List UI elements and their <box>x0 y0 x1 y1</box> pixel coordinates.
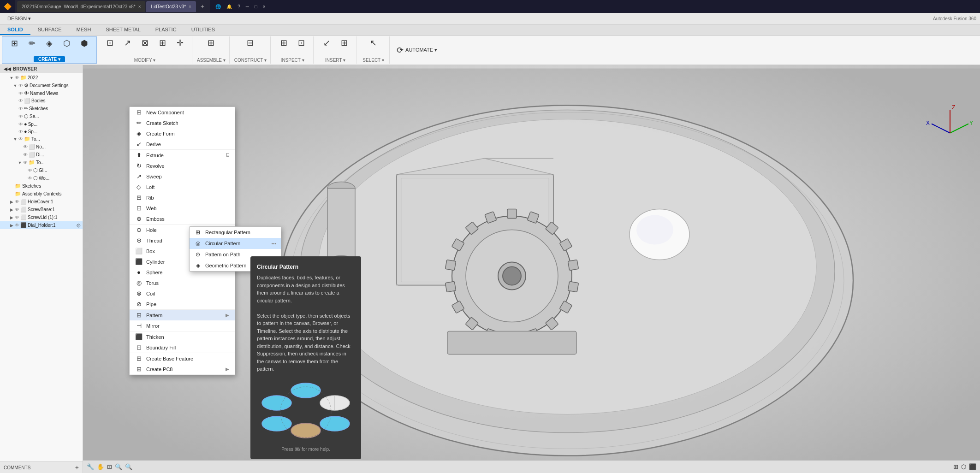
select-label[interactable]: SELECT ▾ <box>362 57 384 63</box>
menu-item-rib[interactable]: ⊟ Rib <box>130 192 235 203</box>
menu-item-torus[interactable]: ◎ Torus <box>130 278 235 288</box>
bell-icon[interactable]: 🔔 <box>225 4 234 9</box>
tree-item-gl[interactable]: 👁⬡Gl... <box>0 166 83 174</box>
canvas-area[interactable]: Y X Z ⊞ New Component ✏ Create Sketch <box>83 65 980 473</box>
tb-solid2[interactable]: ⬢ <box>76 38 93 49</box>
menu-item-web[interactable]: ⊡ Web <box>130 203 235 213</box>
help-icon[interactable]: ? <box>236 4 242 9</box>
tree-item-se[interactable]: 👁⬡Se... <box>0 112 83 120</box>
tab-file-1[interactable]: 2022150mmGauge_Wood/LidExperimental12Oct… <box>17 1 145 12</box>
tab-surface[interactable]: SURFACE <box>30 25 69 35</box>
new-tab-button[interactable]: + <box>197 3 208 10</box>
menu-item-loft[interactable]: ◇ Loft <box>130 182 235 192</box>
tb-automate[interactable]: ⟳AUTOMATE ▾ <box>394 45 440 56</box>
tree-item-root[interactable]: ▼👁📁2022 <box>0 74 83 82</box>
grid-icon[interactable]: ⊞ <box>953 463 958 470</box>
tree-item-doc-settings[interactable]: ▼👁⚙Document Settings <box>0 82 83 89</box>
browser-header[interactable]: ◀◀ BROWSER <box>0 65 83 73</box>
orbit-icon[interactable]: 🔧 <box>87 463 94 470</box>
tree-item-named-views[interactable]: 👁👁Named Views <box>0 89 83 97</box>
insert-label[interactable]: INSERT ▾ <box>325 57 345 63</box>
pan-icon[interactable]: ✋ <box>97 463 104 470</box>
tree-item-sp1[interactable]: 👁●Sp... <box>0 120 83 128</box>
tree-item-sketches2[interactable]: 📁Sketches <box>0 182 83 190</box>
menu-item-coil[interactable]: ⊗ Coil <box>130 288 235 299</box>
tb-modify1[interactable]: ⊡ <box>101 37 118 48</box>
menu-item-create-sketch[interactable]: ✏ Create Sketch <box>130 118 235 128</box>
globe-icon[interactable]: 🌐 <box>214 4 223 9</box>
tab-close-1[interactable]: × <box>138 4 141 9</box>
tab-bar: 2022150mmGauge_Wood/LidExperimental12Oct… <box>15 0 210 13</box>
menu-item-create-pc8[interactable]: ⊞ Create PC8 ▶ <box>130 364 235 374</box>
tb-modify5[interactable]: ✛ <box>172 37 188 48</box>
tree-item-di[interactable]: 👁⬜Di... <box>0 151 83 159</box>
tree-item-screwlid[interactable]: ▶👁⬜ScrewLid (1):1 <box>0 213 83 221</box>
tree-item-sp2[interactable]: 👁●Sp... <box>0 128 83 135</box>
menu-item-create-base-feature[interactable]: ⊞ Create Base Feature <box>130 353 235 364</box>
menu-item-emboss[interactable]: ⊕ Emboss <box>130 213 235 224</box>
tree-item-wo[interactable]: 👁⬡Wo... <box>0 174 83 182</box>
menu-item-pattern[interactable]: ⊞ Pattern ▶ <box>130 310 235 320</box>
assemble-label[interactable]: ASSEMBLE ▾ <box>197 57 226 63</box>
create-label[interactable]: CREATE ▾ <box>34 56 65 62</box>
tab-solid[interactable]: SOLID <box>0 25 30 35</box>
tab-utilities[interactable]: UTILITIES <box>184 25 222 35</box>
menu-item-revolve[interactable]: ↻ Revolve <box>130 160 235 171</box>
tree-item-bodies[interactable]: 👁⬜Bodies <box>0 97 83 105</box>
tb-inspect2[interactable]: ⊡ <box>293 37 309 48</box>
shading-icon[interactable]: ⬡ <box>961 463 966 470</box>
tab-sheet-metal[interactable]: SHEET METAL <box>98 25 148 35</box>
tree-item-assembly-contexts[interactable]: 📁Assembly Contexts <box>0 190 83 198</box>
tb-inspect1[interactable]: ⊞ <box>275 37 292 48</box>
tb-modify2[interactable]: ↗ <box>119 37 136 48</box>
zoom-out-icon[interactable]: 🔍 <box>125 463 132 470</box>
tb-construct1[interactable]: ⊟ <box>242 37 259 48</box>
tb-assemble1[interactable]: ⊞ <box>203 37 220 48</box>
minimize-button[interactable]: ─ <box>244 4 251 9</box>
menu-item-thicken[interactable]: ⬛ Thicken <box>130 331 235 342</box>
tree-item-screwbase[interactable]: ▶👁⬜ScrewBase:1 <box>0 206 83 213</box>
tab-mesh[interactable]: MESH <box>69 25 99 35</box>
tree-item-dialholder[interactable]: ▶👁⬛Dial_Holder:1◎ <box>0 221 83 229</box>
pattern-circular[interactable]: ◎ Circular Pattern ••• <box>190 238 281 249</box>
tree-item-to2[interactable]: ▼👁📁To... <box>0 159 83 166</box>
menu-item-mirror[interactable]: ⊣ Mirror <box>130 320 235 331</box>
modify-label[interactable]: MODIFY ▾ <box>134 57 155 63</box>
tb-create-sketch[interactable]: ✏ <box>24 38 40 49</box>
tb-insert2[interactable]: ⊞ <box>336 37 352 48</box>
tab-close-2[interactable]: × <box>189 4 191 9</box>
tb-solid1[interactable]: ⬡ <box>59 38 75 49</box>
close-button[interactable]: × <box>261 4 267 9</box>
tb-modify4[interactable]: ⊞ <box>154 37 171 48</box>
tree-item-sketches[interactable]: 👁✏Sketches <box>0 105 83 112</box>
comments-add-icon[interactable]: + <box>75 464 79 471</box>
tab-plastic[interactable]: PLASTIC <box>148 25 184 35</box>
tree-item-to[interactable]: ▼👁📁To... <box>0 135 83 143</box>
zoom-in-icon[interactable]: 🔍 <box>115 463 122 470</box>
tab-file-2[interactable]: LidTestOct23 v3* × <box>146 1 196 12</box>
maximize-button[interactable]: □ <box>253 4 259 9</box>
tree-item-no[interactable]: 👁⬜No... <box>0 143 83 151</box>
tree-item-holecover[interactable]: ▶👁⬜HoleCover:1 <box>0 198 83 206</box>
menu-item-create-form[interactable]: ◈ Create Form <box>130 128 235 139</box>
menu-item-extrude[interactable]: ⬆ Extrude E <box>130 150 235 160</box>
tb-modify3[interactable]: ⊠ <box>137 37 153 48</box>
menu-item-derive[interactable]: ↙ Derive <box>130 139 235 149</box>
display-mode-icon[interactable]: ⬛ <box>969 463 976 470</box>
construct-icons: ⊟ <box>242 37 259 48</box>
tb-new-component[interactable]: ⊞ <box>6 38 23 49</box>
tb-select1[interactable]: ↖ <box>365 37 382 48</box>
menu-item-new-component[interactable]: ⊞ New Component <box>130 107 235 118</box>
tb-insert1[interactable]: ↙ <box>318 37 335 48</box>
pattern-rectangular[interactable]: ⊞ Rectangular Pattern <box>190 227 281 238</box>
menu-item-boundary-fill[interactable]: ⊡ Boundary Fill <box>130 342 235 353</box>
zoom-fit-icon[interactable]: ⊡ <box>107 463 112 470</box>
rib-menu-icon: ⊟ <box>135 194 143 201</box>
inspect-label[interactable]: INSPECT ▾ <box>281 57 304 63</box>
design-menu[interactable]: DESIGN ▾ <box>4 15 35 23</box>
tb-create-form[interactable]: ◈ <box>41 38 58 49</box>
automate-icon: ⟳ <box>397 46 404 54</box>
construct-label[interactable]: CONSTRUCT ▾ <box>234 57 267 63</box>
menu-item-pipe[interactable]: ⊘ Pipe <box>130 299 235 309</box>
menu-item-sweep[interactable]: ↗ Sweep <box>130 171 235 182</box>
